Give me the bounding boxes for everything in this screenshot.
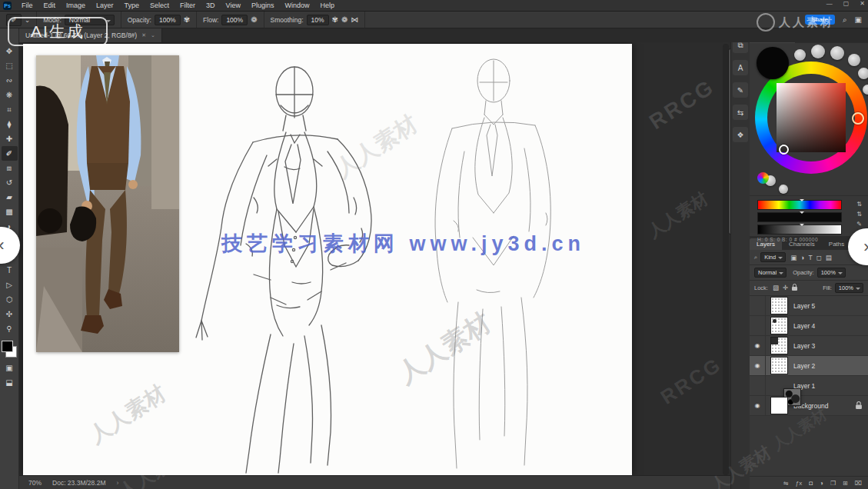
canvas[interactable] (23, 44, 632, 475)
tool-eyedropper[interactable]: ⧫ (2, 117, 18, 131)
lock-position-icon[interactable]: ✛ (783, 284, 788, 292)
menu-select[interactable]: Select (145, 0, 175, 11)
tool-shape[interactable]: ⬡ (2, 292, 18, 307)
filter-kind-select[interactable]: Kind (760, 252, 786, 262)
visibility-toggle[interactable] (750, 316, 766, 335)
lock-all-icon[interactable] (792, 284, 797, 292)
tool-hand[interactable]: ✣ (2, 307, 18, 321)
hue-marker[interactable] (852, 112, 864, 125)
layer-row-layer5[interactable]: Layer 5 (750, 296, 868, 316)
airbrush-icon[interactable]: ❁ (251, 15, 257, 24)
document-tab[interactable]: Untitled-1 @ 66.7% (Layer 2, RGB/8#) ✕ ⌄ (19, 28, 162, 42)
layer-row-layer3[interactable]: ◉ Layer 3 (750, 336, 868, 356)
tool-zoom[interactable]: ⚲ (2, 321, 18, 336)
layer-row-layer1[interactable]: Layer 1 (750, 376, 868, 396)
tool-history-brush[interactable]: ↺ (2, 175, 18, 190)
link-layers-icon[interactable]: ⇋ (783, 480, 789, 487)
tool-gradient[interactable]: ▩ (2, 205, 18, 219)
menu-image[interactable]: Image (61, 0, 91, 11)
pressure-size-icon[interactable]: ❁ (341, 15, 348, 24)
new-group-icon[interactable]: ❒ (830, 480, 836, 487)
visibility-toggle[interactable] (750, 376, 766, 395)
workspace-icon[interactable]: ▣ (855, 15, 862, 24)
tool-preset-caret-icon[interactable]: ⌄ (25, 16, 30, 24)
eye-icon[interactable]: ◉ (755, 402, 760, 409)
zoom-level[interactable]: 70% (28, 479, 42, 487)
layer-name[interactable]: Layer 3 (793, 342, 815, 350)
visibility-toggle[interactable]: ◉ (750, 356, 766, 375)
menu-view[interactable]: View (221, 0, 246, 11)
menu-filter[interactable]: Filter (175, 0, 201, 11)
panel-icon-character[interactable]: A (733, 60, 748, 75)
opacity-value[interactable]: 100% (155, 15, 181, 25)
eye-icon[interactable]: ◉ (755, 362, 760, 369)
layer-thumbnail[interactable] (770, 317, 788, 334)
layer-thumbnail[interactable] (770, 337, 788, 354)
menu-type[interactable]: Type (119, 0, 145, 11)
lock-transparent-icon[interactable]: ▨ (773, 284, 779, 292)
current-color-swatch[interactable] (757, 47, 789, 79)
document-tab-caret-icon[interactable]: ⌄ (151, 32, 155, 38)
share-button[interactable]: Share (805, 15, 835, 25)
menu-window[interactable]: Window (280, 0, 315, 11)
filter-smart-icon[interactable]: ▤ (826, 254, 832, 261)
tool-move[interactable]: ✥ (2, 44, 18, 58)
tool-path-select[interactable]: ▷ (2, 278, 18, 292)
tool-quick-select[interactable]: ❋ (2, 88, 18, 102)
tool-crop[interactable]: ⌗ (2, 102, 18, 117)
menu-help[interactable]: Help (315, 0, 341, 11)
saturation-value-square[interactable] (777, 83, 846, 152)
delete-layer-icon[interactable]: ⌧ (855, 480, 862, 487)
tool-healing[interactable]: ✚ (2, 131, 18, 146)
sv-marker[interactable] (779, 145, 789, 155)
smoothing-value[interactable]: 10% (307, 15, 329, 25)
slider-stepper-icon-2[interactable]: ⇅ (856, 211, 862, 218)
search-icon[interactable]: ⌕ (843, 15, 847, 25)
visibility-toggle[interactable]: ◉ (750, 396, 766, 415)
tool-preset-picker[interactable]: ✐ (6, 14, 22, 26)
filter-shape-icon[interactable]: ◻ (816, 254, 822, 261)
visibility-toggle[interactable] (750, 296, 766, 315)
close-button[interactable]: ✕ (860, 0, 865, 7)
menu-edit[interactable]: Edit (38, 0, 62, 11)
layer-row-layer4[interactable]: Layer 4 (750, 316, 868, 336)
brightness-slider[interactable] (757, 225, 842, 235)
slider-pen-icon[interactable]: ✎ (856, 221, 862, 228)
quick-mask-button[interactable]: ▣ (2, 361, 18, 375)
panel-icon-clone-source[interactable]: ❖ (733, 127, 748, 142)
layer-blend-mode-select[interactable]: Normal (754, 268, 787, 278)
tool-clone-stamp[interactable]: ⧈ (2, 161, 18, 175)
symmetry-icon[interactable]: ⋈ (351, 15, 358, 24)
rgb-mode-icon[interactable] (757, 172, 769, 184)
panel-icon-adjustments[interactable]: ⇆ (733, 105, 748, 120)
menu-file[interactable]: File (16, 0, 38, 11)
pressure-opacity-icon[interactable]: ✾ (184, 15, 190, 24)
filter-adjust-icon[interactable]: ◑ (800, 254, 804, 261)
tool-eraser[interactable]: ▰ (2, 190, 18, 205)
layer-thumbnail[interactable] (770, 397, 788, 414)
visibility-toggle[interactable]: ◉ (750, 336, 766, 355)
flow-value[interactable]: 100% (221, 15, 248, 25)
layer-opacity-value[interactable]: 100% (817, 268, 846, 278)
filter-pixel-icon[interactable]: ▣ (790, 254, 796, 261)
slider-stepper-icon[interactable]: ⇅ (856, 201, 862, 208)
layer-row-background[interactable]: ◉ Background (750, 396, 868, 416)
smoothing-gear-icon[interactable]: ✾ (332, 15, 338, 24)
eye-icon[interactable]: ◉ (755, 342, 760, 349)
menu-3d[interactable]: 3D (201, 0, 221, 11)
new-layer-icon[interactable]: ⊞ (843, 480, 848, 487)
layer-row-layer2-selected[interactable]: ◉ Layer 2 (750, 356, 868, 376)
layer-name[interactable]: Layer 4 (793, 322, 815, 330)
tool-lasso[interactable]: ∾ (2, 73, 18, 88)
screen-mode-button[interactable]: ⬓ (2, 375, 18, 390)
document-tab-close-icon[interactable]: ✕ (141, 32, 146, 38)
status-caret-icon[interactable]: › (116, 479, 118, 487)
color-swatches[interactable] (2, 341, 17, 358)
menu-layer[interactable]: Layer (91, 0, 119, 11)
canvas-vertical-scrollbar[interactable] (723, 44, 729, 475)
filter-type-icon[interactable]: T (808, 254, 812, 261)
fill-value[interactable]: 100% (835, 283, 863, 293)
menu-plugins[interactable]: Plugins (246, 0, 280, 11)
layer-thumbnail[interactable] (770, 297, 788, 314)
canvas-pasteboard[interactable] (19, 42, 730, 475)
